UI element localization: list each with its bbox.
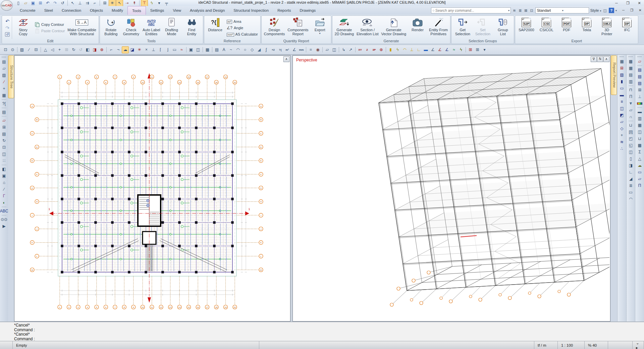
edit-axis-icon[interactable]: ⊞ (619, 65, 625, 71)
pendulum-display-icon[interactable]: ⊥ (408, 46, 415, 53)
ceiling-plan-drawing[interactable]: 1112345678910111213141516171819201234567… (14, 56, 289, 320)
drafting-mode-button[interactable]: DraftingMode (162, 16, 182, 39)
table-select-icon[interactable]: ▦ (1, 92, 7, 99)
paint-objects-icon[interactable]: ◐ (1, 199, 7, 206)
rainbow-legend-icon[interactable] (636, 100, 643, 107)
structure-tree-tab[interactable]: Structure Tree (8, 55, 14, 98)
stress-diagram-icon[interactable]: ≈ (450, 46, 458, 53)
left-pane-caret-button[interactable]: ∧ (283, 56, 289, 62)
view-down-button[interactable]: ∇ (591, 56, 597, 62)
hatch-grid-icon[interactable]: ▦ (204, 46, 211, 53)
copy-tool-icon[interactable]: ⊞ (1, 124, 7, 131)
report-copy-icon[interactable]: ▱ (636, 58, 643, 65)
extend-icon[interactable]: ¬ (115, 46, 122, 53)
distance-query-icon[interactable]: ?{ (277, 46, 284, 53)
layer-lock-icon[interactable]: ⊡ (530, 8, 534, 13)
story-copy-tool-icon[interactable]: ▱ (1, 117, 7, 124)
coord-3p-icon[interactable]: 3P (371, 46, 378, 53)
find-entity-button[interactable]: FindEntity (182, 16, 202, 39)
table-icon[interactable]: ⊞ (474, 46, 481, 53)
components-report-button[interactable]: ComponentsReport (286, 16, 310, 39)
copy-special-icon[interactable]: ⊡ (1, 144, 7, 151)
export-sap2000-button[interactable]: ↵S2PSAP2000 (516, 16, 536, 39)
zoom-window-icon[interactable]: ⊡ (2, 46, 9, 53)
element-frame-icon[interactable]: ∩ (628, 113, 634, 120)
copy-contour-button[interactable]: Copy Contour (35, 21, 65, 28)
select-region-icon[interactable]: ▭ (171, 46, 178, 53)
distance-tool-icon[interactable]: ?{ (1, 100, 7, 107)
text-icon[interactable]: A (220, 46, 227, 53)
report-slab-icon[interactable]: ▦ (636, 122, 643, 129)
edit-slab-label-icon[interactable]: ◫ (619, 105, 625, 112)
toolbar-grip[interactable]: •••• (620, 56, 624, 58)
tab-reports[interactable]: Reports (273, 6, 295, 15)
rotate-building-button[interactable]: RotateBuilding (101, 16, 121, 39)
tab-view[interactable]: View (168, 6, 185, 15)
angle-query-icon[interactable]: ∠ (291, 46, 298, 53)
export-tekla-button[interactable]: ↵DPTekla (577, 16, 597, 39)
element-capital-icon[interactable]: ▼ (628, 100, 634, 107)
level-marker-icon[interactable]: = (307, 46, 314, 53)
element-raft-icon[interactable]: 回 (628, 129, 634, 135)
report-page-icon[interactable]: ▤ (1, 109, 7, 115)
paste-tool-icon[interactable]: ▤ (1, 131, 7, 137)
eyedropper-icon[interactable]: ∕ (25, 46, 33, 53)
generate-vector-drawing-button[interactable]: GenerateVector Drawing (380, 16, 408, 39)
element-pile-icon[interactable]: ◫ (628, 149, 634, 155)
plane-tool-icon[interactable]: ◧ (1, 166, 7, 172)
run-analysis-icon[interactable]: ϟ (458, 46, 465, 53)
export-pdf-button[interactable]: ↵PDFPDF (556, 16, 577, 39)
edit-detail-icon[interactable]: ◩ (619, 112, 625, 118)
report-cloud-icon[interactable]: ☁ (636, 162, 643, 169)
report-beam-icon[interactable]: ▬ (636, 108, 643, 115)
stretch-icon[interactable]: ⊕ (98, 46, 105, 53)
spline-icon[interactable]: ʃ (263, 46, 270, 53)
visibility-icon[interactable]: ◉ (314, 46, 321, 53)
element-stair-icon[interactable]: ≣ (628, 182, 634, 189)
toolbar-grip[interactable]: •••• (2, 56, 6, 58)
group-list-button[interactable]: GroupList (493, 16, 513, 39)
redo-button[interactable]: ↷ (4, 25, 11, 31)
rotate-copy-tool-icon[interactable]: ↻ (1, 137, 7, 144)
auto-label-entities-button[interactable]: AUTOABCAuto LabelEntities (141, 16, 162, 39)
report-column2-icon[interactable]: Π (636, 182, 643, 189)
move-copy-icon[interactable]: ⊞ (63, 46, 70, 53)
element-opening-icon[interactable]: ▭ (628, 189, 634, 196)
status-collapse-buttons[interactable]: ⌄ ▸ (633, 341, 644, 349)
shear-diagram-icon[interactable]: ∠ (436, 46, 443, 53)
child-close-button[interactable]: ✕ (638, 8, 643, 13)
element-corner-icon[interactable]: ∟ (628, 169, 634, 176)
tab-structural-inspection[interactable]: Structural Inspection (229, 6, 273, 15)
minimize-button[interactable]: ─ (614, 1, 619, 5)
paint-region-icon[interactable]: ◪ (129, 46, 136, 53)
report-quantity-icon[interactable]: Σ (636, 149, 643, 155)
generate-2d-drawing-button[interactable]: Generate2D Drawing (333, 16, 355, 39)
edit-tag-icon[interactable]: ◇ (619, 125, 625, 132)
image-icon[interactable]: ▤ (213, 46, 220, 53)
area-query-icon[interactable]: m² (284, 46, 291, 53)
ucs-icon[interactable]: ↳ (340, 46, 347, 53)
set-selection-button[interactable]: SetSelection (473, 16, 493, 39)
tab-modify[interactable]: Modify (107, 6, 127, 15)
hatch-fill-icon[interactable]: ◢ (256, 46, 263, 53)
bolt-display-icon[interactable]: ϟ (394, 46, 401, 53)
mirror-icon[interactable]: ◧ (84, 46, 91, 53)
report-preview-tab[interactable]: Report Preview (611, 55, 617, 95)
area-button[interactable]: m²Area (227, 18, 258, 24)
report-steel-icon[interactable]: ▤ (636, 80, 643, 87)
undo-list-button[interactable]: ↺ (4, 32, 11, 38)
toolbar-grip[interactable]: •••• (637, 56, 642, 58)
command-search-box[interactable]: ○ ▾ (431, 7, 511, 13)
properties-panel-icon[interactable]: ▤ (1, 58, 7, 65)
help-button[interactable]: ? (609, 8, 614, 13)
measure-compass-icon[interactable]: △ (42, 46, 49, 53)
snap-perp-icon[interactable]: ⊥ (150, 46, 157, 53)
report-stack-icon[interactable]: ▩ (636, 142, 643, 149)
tab-steel[interactable]: Steel (40, 6, 57, 15)
export-csicol-button[interactable]: ↵CSICSICOL (536, 16, 556, 39)
move-icon[interactable]: + (56, 46, 63, 53)
design-components-button[interactable]: DesignComponents (263, 16, 286, 39)
view-north-button[interactable]: N (597, 56, 603, 62)
circle-icon[interactable]: ○ (241, 46, 249, 53)
element-strip-icon[interactable]: ◰ (628, 135, 634, 142)
